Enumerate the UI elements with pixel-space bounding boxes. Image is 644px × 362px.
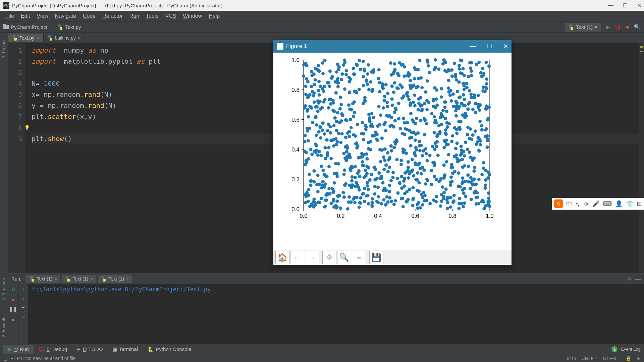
ime-lang-toggle[interactable]: 中 — [566, 200, 572, 208]
sidetab-favorites[interactable]: 2: Favorites — [0, 311, 7, 341]
svg-point-339 — [314, 78, 317, 81]
breadcrumb-file[interactable]: Text.py — [58, 24, 81, 30]
ime-toolbar[interactable]: S 中 •, ☺ 🎤 ⌨ 👤 👕 ⊞ — [552, 198, 644, 210]
save-button[interactable]: 💾 — [369, 251, 383, 264]
layout-icon[interactable]: ⊞ — [637, 356, 641, 361]
event-log-button[interactable]: Event Log — [621, 347, 641, 352]
sidetab-structure[interactable]: 7: Structure — [0, 275, 7, 304]
zoom-button[interactable]: 🔍 — [337, 251, 351, 264]
hide-icon[interactable]: — — [635, 276, 641, 283]
menu-code[interactable]: Code — [79, 12, 99, 20]
breadcrumb-project[interactable]: PyCharmProject — [3, 24, 47, 30]
svg-point-901 — [457, 171, 461, 175]
menu-run[interactable]: Run — [126, 12, 143, 20]
menu-edit[interactable]: Edit — [17, 12, 34, 20]
close-icon[interactable]: × — [78, 35, 80, 41]
svg-point-953 — [348, 91, 351, 94]
down-arrow-icon[interactable]: ↓ — [22, 296, 24, 301]
menu-file[interactable]: File — [2, 12, 17, 20]
figure-window[interactable]: Figure 1 — ☐ ✕ 0.00.20.40.60.81.0 0.00.2… — [273, 40, 512, 265]
run-tab-1[interactable]: Text (1)× — [62, 275, 96, 283]
svg-point-420 — [454, 73, 457, 76]
svg-point-274 — [442, 145, 446, 149]
run-configuration-selector[interactable]: Text (1) ▾ — [565, 23, 601, 32]
sogou-icon[interactable]: S — [554, 199, 563, 208]
svg-point-251 — [314, 142, 317, 146]
soft-wrap-icon[interactable]: ⤶ — [21, 305, 25, 310]
svg-point-758 — [487, 200, 491, 203]
ime-emoji-button[interactable]: ☺ — [583, 200, 589, 207]
sidetab-project[interactable]: 1: Project — [0, 36, 7, 61]
more-button[interactable]: » — [12, 316, 14, 322]
menu-window[interactable]: Window — [179, 12, 205, 20]
stop-button[interactable]: ■ — [626, 24, 629, 30]
close-icon[interactable]: × — [90, 276, 93, 282]
search-button[interactable]: 🔍 — [634, 24, 641, 30]
pause-button[interactable]: ❚❚ — [9, 306, 17, 312]
forward-button[interactable]: → — [305, 251, 319, 264]
tool-run[interactable]: ▶4: Run — [3, 345, 34, 354]
tool-todo[interactable]: ≣6: TODO — [72, 345, 107, 354]
menu-navigate[interactable]: Navigate — [52, 12, 79, 20]
svg-point-921 — [305, 195, 308, 198]
minimize-button[interactable]: — — [608, 2, 613, 9]
figure-titlebar[interactable]: Figure 1 — ☐ ✕ — [273, 40, 512, 53]
tool-terminal[interactable]: ▣Terminal — [108, 345, 143, 354]
svg-point-737 — [366, 72, 369, 75]
run-tab-0[interactable]: Text (1)× — [26, 275, 61, 283]
menu-tools[interactable]: Tools — [143, 12, 162, 20]
intention-bulb-icon[interactable]: 💡 — [24, 122, 30, 133]
up-arrow-icon[interactable]: ↑ — [22, 287, 24, 292]
svg-point-832 — [347, 200, 351, 204]
menu-vcs[interactable]: VCS — [162, 12, 179, 20]
svg-point-664 — [377, 171, 381, 175]
editor-tab-builtins[interactable]: builtins.py × — [44, 34, 85, 42]
run-tab-2[interactable]: Text (1)× — [98, 275, 132, 283]
svg-point-586 — [421, 154, 424, 157]
rerun-button[interactable]: ↻ — [11, 287, 15, 293]
svg-point-749 — [454, 153, 458, 157]
menu-refactor[interactable]: Refactor — [99, 12, 126, 20]
svg-point-892 — [443, 173, 446, 177]
figure-plot-area[interactable]: 0.00.20.40.60.81.0 0.00.20.40.60.81.0 — [273, 53, 512, 250]
ime-voice-button[interactable]: 🎤 — [592, 200, 600, 207]
debug-button[interactable]: 🐞 — [614, 24, 621, 30]
lock-icon[interactable]: 🔒 — [626, 356, 631, 361]
editor-tab-text[interactable]: Text.py × — [8, 34, 44, 42]
notification-badge[interactable]: 1 — [611, 346, 618, 352]
configure-subplots-button[interactable]: ≡ — [352, 251, 366, 264]
svg-point-375 — [304, 134, 307, 137]
home-button[interactable]: 🏠 — [275, 251, 289, 264]
svg-point-356 — [460, 144, 463, 148]
menu-help[interactable]: Help — [205, 12, 223, 20]
status-cursor[interactable]: 9:10 — [567, 356, 576, 361]
svg-text:0.0: 0.0 — [300, 213, 308, 219]
close-icon[interactable]: × — [54, 276, 57, 282]
close-icon[interactable]: × — [126, 276, 129, 282]
ime-toolbox-button[interactable]: ⊞ — [637, 200, 642, 207]
ime-skin-button[interactable]: 👕 — [626, 200, 633, 207]
close-button[interactable]: ✕ — [637, 2, 641, 9]
svg-point-964 — [306, 108, 310, 111]
run-button[interactable]: ▶ — [606, 24, 610, 30]
status-line-separator[interactable]: CRLF ÷ — [582, 356, 598, 361]
more-button[interactable]: » — [22, 314, 24, 319]
ime-keyboard-button[interactable]: ⌨ — [603, 200, 612, 207]
ime-punct-toggle[interactable]: •, — [576, 200, 579, 207]
nav-bar: PyCharmProject 〉 Text.py Text (1) ▾ ▶ 🐞 … — [0, 21, 644, 33]
stop-button[interactable]: ■ — [11, 297, 14, 302]
run-output[interactable]: E:\Tools\python\python.exe D:/PyCharmPro… — [28, 284, 644, 344]
back-button[interactable]: ← — [290, 251, 304, 264]
gear-icon[interactable]: ⚙ — [627, 277, 631, 282]
status-encoding[interactable]: UTF-8 ÷ — [603, 356, 620, 361]
pan-button[interactable]: ✥ — [322, 251, 336, 264]
menu-view[interactable]: View — [33, 12, 51, 20]
maximize-button[interactable]: ☐ — [623, 2, 628, 9]
tool-debug[interactable]: 🐞5: Debug — [34, 345, 72, 354]
figure-maximize-button[interactable]: ☐ — [487, 43, 492, 50]
ime-user-button[interactable]: 👤 — [615, 200, 623, 207]
figure-minimize-button[interactable]: — — [470, 43, 476, 50]
figure-close-button[interactable]: ✕ — [503, 43, 508, 50]
tool-python-console[interactable]: 🐍Python Console — [143, 345, 196, 354]
close-icon[interactable]: × — [36, 35, 39, 41]
